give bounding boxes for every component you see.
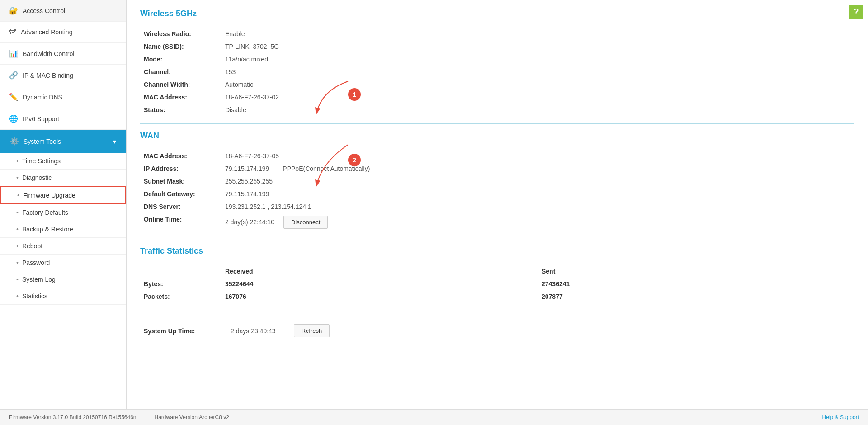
traffic-received: 167076 bbox=[222, 290, 538, 303]
traffic-received: 35224644 bbox=[222, 278, 538, 290]
field-value: 2 day(s) 22:44:10Disconnect bbox=[222, 213, 854, 231]
traffic-header-2: Sent bbox=[538, 265, 854, 278]
field-value: 79.115.174.199 bbox=[222, 188, 854, 200]
field-value: 11a/n/ac mixed bbox=[222, 53, 854, 66]
field-label: MAC Address: bbox=[140, 150, 222, 162]
annotation-2: 2 bbox=[348, 154, 361, 166]
traffic-header-1: Received bbox=[222, 265, 538, 278]
uptime-label: System Up Time: bbox=[144, 327, 222, 335]
table-row: Mode: 11a/n/ac mixed bbox=[140, 53, 854, 66]
traffic-section-title: Traffic Statistics bbox=[140, 246, 854, 258]
subitem-label: Password bbox=[22, 259, 50, 266]
footer: Firmware Version:3.17.0 Build 20150716 R… bbox=[0, 409, 868, 425]
sidebar-subitem-backup-restore[interactable]: Backup & Restore bbox=[0, 221, 126, 238]
subitem-label: Time Settings bbox=[22, 157, 61, 165]
sidebar-subitem-diagnostic[interactable]: Diagnostic bbox=[0, 170, 126, 186]
table-row: DNS Server: 193.231.252.1 , 213.154.124.… bbox=[140, 200, 854, 213]
help-button[interactable]: ? bbox=[849, 5, 863, 19]
field-label: Subnet Mask: bbox=[140, 175, 222, 188]
field-label: Name (SSID): bbox=[140, 40, 222, 53]
field-value: 153 bbox=[222, 66, 854, 78]
subitem-label: System Log bbox=[22, 276, 56, 283]
sidebar-item-label: Access Control bbox=[23, 7, 65, 14]
sidebar-item-advanced-routing[interactable]: 🗺 Advanced Routing bbox=[0, 22, 126, 43]
table-row: Status: Disable bbox=[140, 104, 854, 116]
sidebar-subitem-factory-defaults[interactable]: Factory Defaults bbox=[0, 204, 126, 221]
sidebar-subitem-system-log[interactable]: System Log bbox=[0, 271, 126, 288]
field-value: Disable bbox=[222, 104, 854, 116]
field-value: Enable bbox=[222, 28, 854, 40]
table-row: Online Time: 2 day(s) 22:44:10Disconnect bbox=[140, 213, 854, 231]
table-row: Default Gateway: 79.115.174.199 bbox=[140, 188, 854, 200]
subitem-label: Diagnostic bbox=[22, 174, 52, 181]
ipv6-support-icon: 🌐 bbox=[9, 114, 18, 123]
table-row: Wireless Radio: Enable bbox=[140, 28, 854, 40]
field-value: TP-LINK_3702_5G bbox=[222, 40, 854, 53]
traffic-row-label: Packets: bbox=[140, 290, 222, 303]
sidebar-subitem-reboot[interactable]: Reboot bbox=[0, 238, 126, 255]
annotation-1: 1 bbox=[348, 88, 361, 101]
sidebar-item-system-tools[interactable]: ⚙️ System Tools ▾ bbox=[0, 130, 126, 153]
field-label: Online Time: bbox=[140, 213, 222, 231]
field-value: 79.115.174.199PPPoE(Connect Automaticall… bbox=[222, 162, 854, 175]
field-value: Automatic bbox=[222, 78, 854, 91]
sidebar-item-label: Advanced Routing bbox=[21, 28, 72, 36]
field-label: Status: bbox=[140, 104, 222, 116]
table-row: MAC Address: 18-A6-F7-26-37-02 bbox=[140, 91, 854, 104]
field-label: Channel Width: bbox=[140, 78, 222, 91]
table-row: Packets: 167076 207877 bbox=[140, 290, 854, 303]
dynamic-dns-icon: ✏️ bbox=[9, 93, 18, 101]
wan-info-table: MAC Address: 18-A6-F7-26-37-05IP Address… bbox=[140, 150, 854, 231]
advanced-routing-icon: 🗺 bbox=[9, 28, 16, 36]
field-label: Default Gateway: bbox=[140, 188, 222, 200]
disconnect-button[interactable]: Disconnect bbox=[283, 216, 328, 229]
sidebar-item-label: Dynamic DNS bbox=[23, 94, 62, 101]
ip-mac-binding-icon: 🔗 bbox=[9, 71, 18, 80]
field-label: Channel: bbox=[140, 66, 222, 78]
sidebar-item-access-control[interactable]: 🔐 Access Control bbox=[0, 0, 126, 22]
sidebar-item-label: Bandwidth Control bbox=[23, 50, 74, 57]
access-control-icon: 🔐 bbox=[9, 6, 18, 15]
sidebar-item-dynamic-dns[interactable]: ✏️ Dynamic DNS bbox=[0, 86, 126, 108]
main-content: ? Wireless 5GHz Wireless Radio: EnableNa… bbox=[127, 0, 868, 409]
field-label: Mode: bbox=[140, 53, 222, 66]
traffic-header-0 bbox=[140, 265, 222, 278]
sidebar-subitem-password[interactable]: Password bbox=[0, 255, 126, 271]
help-support-link[interactable]: Help & Support bbox=[822, 414, 859, 420]
system-uptime-row: System Up Time: 2 days 23:49:43 Refresh bbox=[140, 320, 854, 342]
sidebar-item-ipv6-support[interactable]: 🌐 IPv6 Support bbox=[0, 108, 126, 130]
sidebar: 🔐 Access Control 🗺 Advanced Routing 📊 Ba… bbox=[0, 0, 127, 409]
wireless-info-table: Wireless Radio: EnableName (SSID): TP-LI… bbox=[140, 28, 854, 116]
table-row: Subnet Mask: 255.255.255.255 bbox=[140, 175, 854, 188]
field-label: Wireless Radio: bbox=[140, 28, 222, 40]
uptime-value: 2 days 23:49:43 bbox=[231, 327, 276, 335]
field-value: 193.231.252.1 , 213.154.124.1 bbox=[222, 200, 854, 213]
subitem-label: Factory Defaults bbox=[22, 209, 68, 216]
sidebar-subitem-time-settings[interactable]: Time Settings bbox=[0, 153, 126, 170]
traffic-sent: 27436241 bbox=[538, 278, 854, 290]
sidebar-item-label: System Tools bbox=[24, 138, 61, 145]
subitem-label: Statistics bbox=[22, 293, 47, 300]
table-row: MAC Address: 18-A6-F7-26-37-05 bbox=[140, 150, 854, 162]
hardware-version: Hardware Version:ArcherC8 v2 bbox=[155, 414, 229, 420]
wireless-section-title: Wireless 5GHz bbox=[140, 9, 854, 20]
field-label: MAC Address: bbox=[140, 91, 222, 104]
traffic-row-label: Bytes: bbox=[140, 278, 222, 290]
subitem-label: Reboot bbox=[22, 242, 42, 250]
field-label: IP Address: bbox=[140, 162, 222, 175]
sidebar-item-ip-mac-binding[interactable]: 🔗 IP & MAC Binding bbox=[0, 65, 126, 86]
table-row: Channel: 153 bbox=[140, 66, 854, 78]
firmware-version: Firmware Version:3.17.0 Build 20150716 R… bbox=[9, 414, 137, 420]
field-label: DNS Server: bbox=[140, 200, 222, 213]
sidebar-subitem-statistics[interactable]: Statistics bbox=[0, 288, 126, 305]
sidebar-subitems: Time SettingsDiagnosticFirmware UpgradeF… bbox=[0, 153, 126, 305]
wan-section-title: WAN bbox=[140, 131, 854, 142]
sidebar-item-bandwidth-control[interactable]: 📊 Bandwidth Control bbox=[0, 43, 126, 65]
bandwidth-control-icon: 📊 bbox=[9, 49, 18, 58]
traffic-sent: 207877 bbox=[538, 290, 854, 303]
table-row: Bytes: 35224644 27436241 bbox=[140, 278, 854, 290]
chevron-down-icon: ▾ bbox=[113, 138, 116, 145]
sidebar-subitem-firmware-upgrade[interactable]: Firmware Upgrade bbox=[0, 186, 126, 204]
table-row: Name (SSID): TP-LINK_3702_5G bbox=[140, 40, 854, 53]
refresh-button[interactable]: Refresh bbox=[294, 324, 330, 337]
